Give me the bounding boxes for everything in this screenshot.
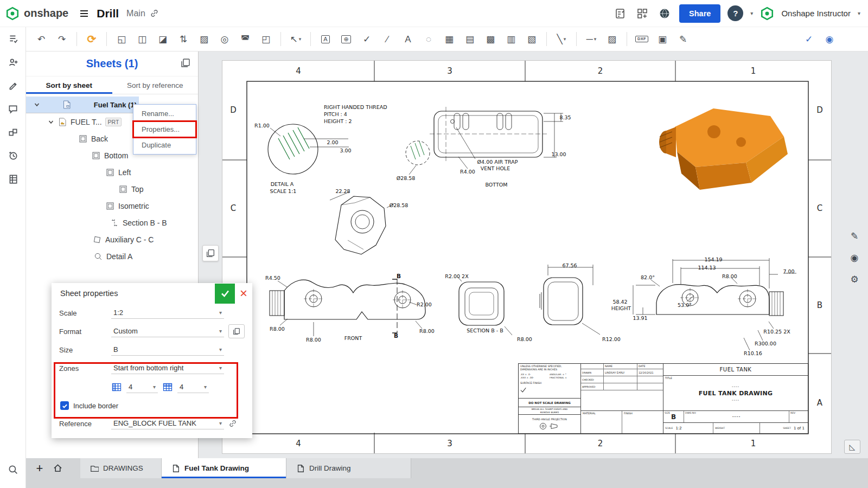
geometric-tolerance-icon[interactable]: ⊕ <box>337 30 355 48</box>
user-caret-icon[interactable]: ▾ <box>858 10 860 16</box>
onshape-logo-icon[interactable] <box>5 7 20 21</box>
line-style-icon[interactable]: ─▾ <box>583 30 600 48</box>
preferences-button[interactable]: ⚙ <box>846 271 863 287</box>
size-select[interactable]: B▾ <box>111 344 224 356</box>
zoom-window-icon[interactable]: ◌ <box>420 30 437 48</box>
expand-caret-icon[interactable] <box>48 119 54 125</box>
table-icon[interactable]: ▦ <box>441 30 458 48</box>
export-dxf-icon[interactable]: DXF <box>633 30 650 48</box>
tree-item-section-b-b[interactable]: Section B - B <box>26 214 198 231</box>
inspect-icon[interactable]: ◉ <box>821 30 838 48</box>
reference-link-icon[interactable] <box>228 419 237 428</box>
redo-icon[interactable]: ↷ <box>53 30 71 48</box>
surface-finish-icon[interactable]: ✓ <box>358 30 375 48</box>
centerline-icon[interactable]: ╲▾ <box>553 30 570 48</box>
format-select[interactable]: Custom▾ <box>111 325 224 337</box>
share-link-icon[interactable] <box>150 9 159 18</box>
callout-icon[interactable]: ↖▾ <box>287 30 304 48</box>
app-store-icon[interactable] <box>635 6 650 21</box>
projected-view-icon[interactable]: ◫ <box>133 30 151 48</box>
note-icon[interactable]: A <box>317 30 334 48</box>
main-menu-icon[interactable] <box>79 9 89 18</box>
drawing-sheet[interactable]: 44332211DDCCBBAA RIGHT HANDED THREADPITC… <box>222 61 831 453</box>
document-title: Drill <box>97 7 119 20</box>
broken-out-section-icon[interactable]: ▨ <box>195 30 213 48</box>
auxiliary-view-icon[interactable]: ◪ <box>154 30 171 48</box>
zone-label: C <box>817 203 822 213</box>
format-browse-button[interactable] <box>228 324 245 338</box>
panel-collapse-icon[interactable] <box>180 57 192 70</box>
expand-caret-icon[interactable] <box>34 101 40 108</box>
menu-item-rename[interactable]: Rename... <box>133 106 196 121</box>
scale-select[interactable]: 1:2▾ <box>111 307 224 319</box>
add-tab-button[interactable]: + <box>31 458 48 478</box>
tab-sort-by-sheet[interactable]: Sort by sheet <box>26 76 112 94</box>
hole-table-icon[interactable]: ▩ <box>482 30 499 48</box>
parts-list-icon[interactable]: ▤ <box>461 30 478 48</box>
detail-view-icon[interactable]: ◎ <box>216 30 233 48</box>
confirm-button[interactable] <box>215 284 235 304</box>
hatch-icon[interactable]: ▨ <box>603 30 621 48</box>
chevron-down-icon[interactable]: ▾ <box>594 37 597 42</box>
text-icon[interactable]: A <box>399 30 417 48</box>
display-options-button[interactable]: ◉ <box>846 249 863 266</box>
insert-image-icon[interactable]: ▣ <box>654 30 671 48</box>
section-view-icon[interactable]: ⇅ <box>175 30 192 48</box>
search-icon[interactable] <box>3 460 23 479</box>
zones-select[interactable]: Start from bottom right▾ <box>111 362 224 374</box>
weld-symbol-icon[interactable]: ∕ <box>379 30 396 48</box>
tasks-panel-icon[interactable] <box>612 6 628 21</box>
home-icon[interactable] <box>48 458 67 478</box>
zone-columns-select[interactable]: 4▾ <box>126 381 158 393</box>
tab-sort-by-reference[interactable]: Sort by reference <box>112 76 199 94</box>
learning-center-icon[interactable] <box>657 6 672 21</box>
dimension-annotation: 8.35 <box>559 114 571 120</box>
sheet-list-icon[interactable] <box>3 29 23 49</box>
tree-item-fuel-tank-1[interactable]: Fuel Tank (1) <box>26 97 139 113</box>
chevron-down-icon[interactable]: ▾ <box>299 37 302 42</box>
cancel-button[interactable]: × <box>235 284 252 304</box>
workspace-name[interactable]: Main <box>126 9 145 18</box>
zone-rows-select[interactable]: 4▾ <box>177 381 209 393</box>
insertables-icon[interactable] <box>3 123 23 142</box>
user-menu[interactable]: Onshape Instructor <box>781 9 851 18</box>
cut-list-icon[interactable]: ▧ <box>523 30 540 48</box>
menu-item-duplicate[interactable]: Duplicate <box>133 137 196 153</box>
notes-icon[interactable] <box>3 169 23 189</box>
comments-icon[interactable] <box>3 99 23 119</box>
include-border-checkbox[interactable] <box>60 401 69 410</box>
sketch-check-icon[interactable]: ✓ <box>800 30 818 48</box>
tab-drill-drawing[interactable]: Drill Drawing <box>286 458 411 478</box>
help-caret-icon[interactable]: ▾ <box>750 10 753 16</box>
collaborators-icon[interactable] <box>3 53 23 72</box>
crop-view-icon[interactable]: ◰ <box>257 30 275 48</box>
sheet-scale-button[interactable]: ◺ <box>844 440 860 454</box>
tree-item-isometric[interactable]: Isometric <box>26 197 198 214</box>
sheet-overlay-button[interactable] <box>202 245 219 261</box>
tree-item-auxiliary-c-c[interactable]: Auxiliary C - C <box>26 231 198 248</box>
tab-fuel-tank-drawing[interactable]: Fuel Tank Drawing <box>162 458 286 478</box>
markup-icon[interactable] <box>3 76 23 95</box>
chevron-down-icon[interactable]: ▾ <box>564 37 566 42</box>
folder-tab-drawings[interactable]: DRAWINGS <box>80 458 162 478</box>
reference-select[interactable]: ENG_BLOCK FUEL TANK▾ <box>111 418 224 429</box>
menu-item-properties[interactable]: Properties... <box>133 121 196 137</box>
update-views-icon[interactable]: ⟳ <box>83 30 100 48</box>
toolbar-separator <box>106 32 107 46</box>
insert-view-icon[interactable]: ◱ <box>113 30 130 48</box>
sheet-edit-button[interactable]: ✎ <box>846 228 863 244</box>
tree-item-detail-a[interactable]: Detail A <box>26 248 198 265</box>
history-icon[interactable] <box>3 146 23 165</box>
revision-table-icon[interactable]: ▥ <box>502 30 520 48</box>
app-header: onshape Drill Main Share ? ▾ <box>0 0 868 27</box>
measure-icon[interactable]: ✎ <box>674 30 692 48</box>
dimension-annotation: 67.56 <box>562 262 577 268</box>
tree-item-left[interactable]: Left <box>26 164 198 181</box>
tree-item-top[interactable]: Top <box>26 181 198 197</box>
help-icon[interactable]: ? <box>727 5 743 21</box>
zone-label: 3 <box>447 66 452 76</box>
undo-icon[interactable]: ↶ <box>33 30 50 48</box>
format-row: Format Custom▾ <box>52 322 252 341</box>
share-button[interactable]: Share <box>679 4 720 23</box>
break-view-icon[interactable]: ◚ <box>237 30 254 48</box>
